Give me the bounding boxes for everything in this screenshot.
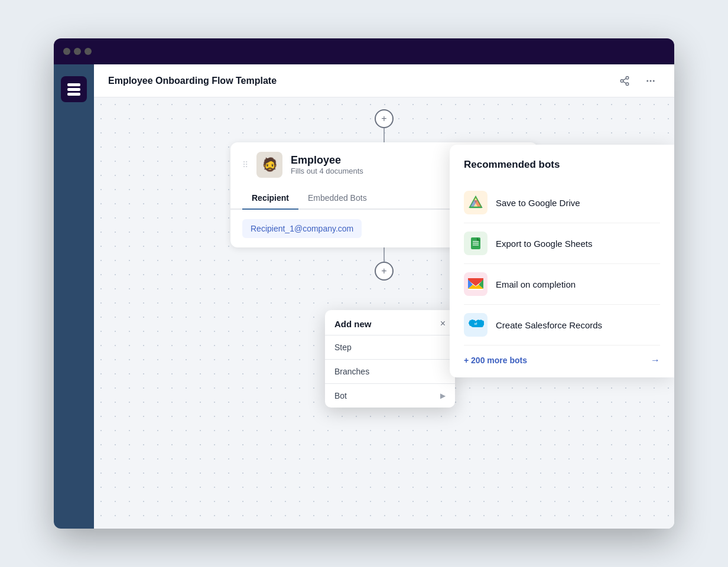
traffic-light-green[interactable]: [84, 48, 92, 55]
svg-rect-16: [473, 243, 479, 244]
stack-icon: [67, 83, 80, 96]
step-description: Fills out 4 documents: [291, 167, 475, 175]
tab-recipient[interactable]: Recipient: [242, 187, 298, 210]
svg-point-6: [650, 80, 652, 82]
page-title: Employee Onboarding Flow Template: [108, 76, 277, 86]
bot-name-drive: Save to Google Drive: [496, 198, 580, 208]
svg-point-1: [620, 79, 623, 82]
main-content: Employee Onboarding Flow Template: [94, 64, 674, 529]
add-top-button[interactable]: +: [375, 109, 394, 128]
svg-text:sf: sf: [474, 322, 477, 325]
tab-embedded-bots[interactable]: Embedded Bots: [298, 187, 376, 210]
recipient-chip[interactable]: Recipient_1@company.com: [242, 219, 362, 238]
traffic-lights: [63, 48, 92, 55]
share-button[interactable]: [615, 71, 634, 90]
top-bar: Employee Onboarding Flow Template: [94, 64, 674, 97]
gmail-icon: [464, 272, 488, 296]
app-body: Employee Onboarding Flow Template: [54, 64, 674, 529]
popup-header: Add new ×: [325, 310, 455, 335]
more-bots-link[interactable]: + 200 more bots →: [464, 346, 660, 366]
traffic-light-yellow[interactable]: [74, 48, 81, 55]
svg-line-4: [623, 78, 626, 80]
salesforce-icon: sf: [464, 313, 488, 337]
more-options-button[interactable]: [641, 71, 660, 90]
popup-item-step[interactable]: Step: [325, 335, 455, 359]
bots-panel-inner: Recommended bots: [450, 145, 674, 377]
drag-handle[interactable]: ⠿: [242, 160, 248, 170]
bot-name-sheets: Export to Google Sheets: [496, 239, 592, 249]
popup-item-branches[interactable]: Branches: [325, 360, 455, 383]
bot-item-salesforce[interactable]: sf Create Salesforce Records: [464, 305, 660, 346]
popup-title: Add new: [334, 319, 372, 329]
step-info: Employee Fills out 4 documents: [291, 154, 475, 175]
step-name: Employee: [291, 154, 475, 167]
title-bar: [54, 38, 674, 64]
bot-name-salesforce: Create Salesforce Records: [496, 320, 602, 330]
popup-close-button[interactable]: ×: [440, 318, 446, 329]
bots-panel: Recommended bots: [450, 145, 674, 377]
top-bar-actions: [615, 71, 660, 90]
bots-panel-title: Recommended bots: [464, 159, 660, 171]
connector-top: [384, 128, 385, 142]
svg-rect-15: [473, 241, 479, 242]
bot-item-gmail[interactable]: Email on completion: [464, 264, 660, 305]
popup-arrow-icon: ▶: [440, 392, 446, 400]
avatar: 🧔: [256, 152, 282, 178]
google-drive-icon: [464, 191, 488, 214]
app-logo[interactable]: [61, 76, 87, 102]
bot-item-drive[interactable]: Save to Google Drive: [464, 183, 660, 223]
svg-point-2: [626, 83, 629, 86]
stack-line-3: [67, 93, 80, 96]
more-bots-label: + 200 more bots: [464, 356, 527, 365]
google-sheets-icon: [464, 232, 488, 255]
stack-line-1: [67, 83, 80, 86]
left-sidebar: [54, 64, 94, 529]
app-window: Employee Onboarding Flow Template: [54, 38, 674, 529]
traffic-light-red[interactable]: [63, 48, 70, 55]
connector-bottom: [384, 247, 385, 262]
stack-line-2: [67, 88, 80, 91]
bot-name-gmail: Email on completion: [496, 279, 576, 289]
svg-point-5: [646, 80, 648, 82]
svg-rect-17: [473, 245, 479, 246]
add-new-popup: Add new × Step Branches Bot ▶: [325, 310, 455, 408]
canvas-area: + ⠿ 🧔 Employee Fills out 4 documents: [94, 97, 674, 529]
more-bots-arrow-icon: →: [651, 355, 660, 366]
svg-line-3: [623, 82, 626, 83]
bot-item-sheets[interactable]: Export to Google Sheets: [464, 223, 660, 264]
popup-item-bot[interactable]: Bot ▶: [325, 384, 455, 408]
add-bottom-button[interactable]: +: [375, 262, 394, 281]
svg-point-7: [653, 80, 655, 82]
svg-point-0: [626, 76, 629, 79]
